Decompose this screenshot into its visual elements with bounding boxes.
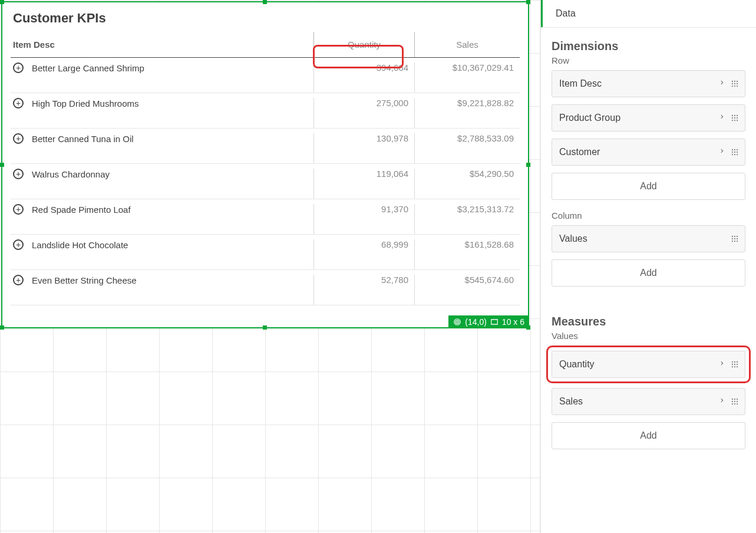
- svg-point-34: [732, 238, 733, 239]
- svg-point-40: [732, 361, 733, 363]
- cell-item: High Top Dried Mushrooms: [32, 98, 138, 108]
- svg-point-36: [737, 238, 738, 239]
- pill-label: Sales: [559, 396, 719, 407]
- cell-quantity: 52,780: [314, 275, 414, 285]
- svg-point-33: [737, 236, 738, 237]
- expand-icon[interactable]: +: [13, 204, 24, 215]
- svg-point-11: [734, 85, 735, 87]
- svg-point-53: [734, 401, 735, 402]
- svg-point-57: [737, 403, 738, 404]
- resize-handle[interactable]: [263, 0, 267, 4]
- table-row[interactable]: +Walrus Chardonnay119,064$54,290.50: [11, 164, 520, 199]
- cell-item: Even Better String Cheese: [32, 275, 137, 285]
- col-header-quantity[interactable]: Quantity: [314, 40, 414, 50]
- dimension-column-pill[interactable]: Values: [552, 225, 745, 252]
- dimension-row-pill[interactable]: Product Group: [552, 104, 745, 131]
- cell-item: Better Large Canned Shrimp: [32, 63, 144, 73]
- cell-sales: $2,788,533.09: [415, 133, 520, 143]
- cell-item: Landslide Hot Chocolate: [32, 240, 128, 250]
- drag-handle-icon[interactable]: [731, 148, 740, 156]
- cell-sales: $545,674.60: [415, 275, 520, 285]
- svg-point-16: [732, 117, 733, 119]
- svg-point-39: [737, 241, 738, 242]
- cell-quantity: 130,978: [314, 133, 414, 143]
- svg-rect-3: [491, 320, 498, 324]
- add-column-dimension-button[interactable]: Add: [552, 259, 745, 287]
- highlight-quantity-measure: Quantity: [546, 346, 751, 383]
- svg-point-6: [737, 81, 738, 82]
- col-header-item[interactable]: Item Desc: [11, 40, 313, 50]
- expand-icon[interactable]: +: [13, 239, 24, 250]
- table-row[interactable]: +Red Spade Pimento Loaf91,370$3,215,313.…: [11, 199, 520, 235]
- resize-handle[interactable]: [526, 0, 530, 4]
- svg-point-29: [734, 154, 735, 155]
- resize-handle[interactable]: [526, 163, 530, 167]
- drag-handle-icon[interactable]: [731, 80, 740, 88]
- sheet-canvas[interactable]: Customer KPIs Item Desc Quantity Sales +…: [0, 0, 540, 533]
- svg-point-9: [737, 83, 738, 84]
- cell-item: Walrus Chardonnay: [32, 169, 110, 179]
- svg-point-24: [737, 149, 738, 150]
- pivot-object-selected[interactable]: Customer KPIs Item Desc Quantity Sales +…: [1, 1, 529, 328]
- chart-title: Customer KPIs: [2, 2, 528, 32]
- svg-point-44: [734, 364, 735, 365]
- table-row[interactable]: +Better Canned Tuna in Oil130,978$2,788,…: [11, 129, 520, 164]
- measure-pill[interactable]: Sales: [552, 388, 745, 415]
- svg-point-43: [732, 364, 733, 365]
- table-header-row: Item Desc Quantity Sales: [11, 32, 520, 58]
- resize-handle[interactable]: [0, 0, 4, 4]
- svg-point-52: [732, 401, 733, 402]
- section-measures: Measures: [552, 315, 745, 328]
- measure-pill[interactable]: Quantity: [552, 351, 745, 378]
- drag-handle-icon[interactable]: [731, 235, 740, 243]
- cell-sales: $3,215,313.72: [415, 204, 520, 214]
- svg-point-12: [737, 85, 738, 87]
- svg-point-46: [732, 366, 733, 367]
- svg-point-50: [734, 399, 735, 400]
- resize-handle[interactable]: [263, 325, 267, 330]
- resize-handle[interactable]: [0, 163, 4, 167]
- chevron-right-icon: [719, 113, 725, 123]
- table-row[interactable]: +Better Large Canned Shrimp394,664$10,36…: [11, 58, 520, 93]
- dimension-row-pill[interactable]: Item Desc: [552, 70, 745, 97]
- cell-sales: $54,290.50: [415, 169, 520, 179]
- target-icon: [453, 318, 461, 326]
- svg-point-35: [734, 238, 735, 239]
- table-row[interactable]: +Even Better String Cheese52,780$545,674…: [11, 270, 520, 305]
- svg-point-56: [734, 403, 735, 404]
- svg-point-4: [732, 81, 733, 82]
- panel-tabs: Data: [541, 0, 756, 28]
- svg-point-18: [737, 117, 738, 119]
- svg-point-15: [737, 115, 738, 116]
- pill-label: Quantity: [559, 359, 719, 370]
- svg-point-49: [732, 399, 733, 400]
- drag-handle-icon[interactable]: [731, 397, 740, 406]
- cell-sales: $161,528.68: [415, 239, 520, 249]
- chevron-right-icon: [719, 78, 725, 89]
- dimension-row-pill[interactable]: Customer: [552, 139, 745, 166]
- cell-item: Red Spade Pimento Loaf: [32, 205, 131, 215]
- cell-sales: $9,221,828.82: [415, 98, 520, 108]
- cell-quantity: 91,370: [314, 204, 414, 214]
- pill-label: Product Group: [559, 113, 719, 123]
- table-row[interactable]: +Landslide Hot Chocolate68,999$161,528.6…: [11, 235, 520, 270]
- table-row[interactable]: +High Top Dried Mushrooms275,000$9,221,8…: [11, 93, 520, 129]
- expand-icon[interactable]: +: [13, 275, 24, 285]
- label-row: Row: [552, 55, 745, 65]
- svg-point-10: [732, 85, 733, 87]
- expand-icon[interactable]: +: [13, 169, 24, 179]
- section-dimensions: Dimensions: [552, 40, 745, 53]
- add-row-dimension-button[interactable]: Add: [552, 173, 745, 200]
- resize-handle[interactable]: [0, 325, 4, 330]
- cell-item: Better Canned Tuna in Oil: [32, 134, 134, 144]
- add-measure-button[interactable]: Add: [552, 422, 745, 449]
- svg-point-20: [734, 120, 735, 121]
- drag-handle-icon[interactable]: [731, 114, 740, 122]
- svg-point-30: [737, 154, 738, 155]
- expand-icon[interactable]: +: [13, 133, 24, 144]
- expand-icon[interactable]: +: [13, 98, 24, 108]
- drag-handle-icon[interactable]: [731, 360, 740, 369]
- expand-icon[interactable]: +: [13, 62, 24, 73]
- tab-data[interactable]: Data: [541, 0, 589, 27]
- col-header-sales[interactable]: Sales: [415, 40, 520, 50]
